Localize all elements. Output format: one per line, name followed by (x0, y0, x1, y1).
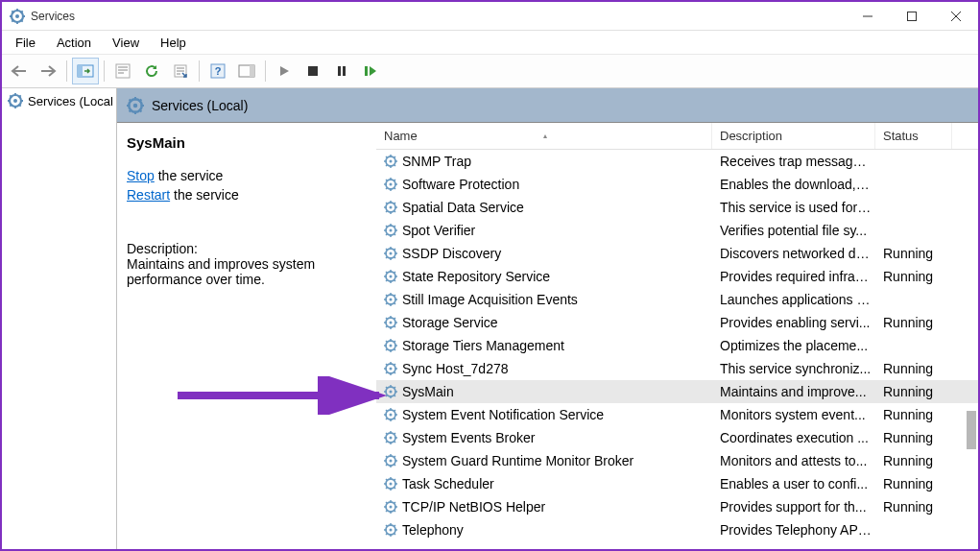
sort-indicator-icon: ▴ (543, 132, 547, 140)
service-icon (384, 224, 397, 237)
scrollbar-thumb[interactable] (967, 411, 976, 449)
service-icon (384, 316, 397, 329)
stop-service-button[interactable] (299, 58, 326, 84)
service-name-cell: Software Protection (376, 177, 712, 192)
maximize-button[interactable] (890, 2, 934, 31)
service-name-cell: Still Image Acquisition Events (376, 292, 712, 307)
service-status-cell: Running (875, 361, 952, 376)
show-hide-console-tree-button[interactable] (72, 58, 99, 84)
service-row[interactable]: System Events BrokerCoordinates executio… (376, 426, 978, 449)
service-row[interactable]: SysMainMaintains and improve...Running (376, 380, 978, 403)
service-row[interactable]: System Guard Runtime Monitor BrokerMonit… (376, 449, 978, 472)
service-icon (384, 155, 397, 168)
service-icon (384, 293, 397, 306)
service-name-cell: Storage Service (376, 315, 712, 330)
service-icon (384, 408, 397, 421)
service-desc-cell: Launches applications a... (712, 292, 875, 307)
service-name-text: Still Image Acquisition Events (402, 292, 578, 307)
service-name-cell: System Events Broker (376, 430, 712, 445)
start-service-button[interactable] (271, 58, 298, 84)
svg-rect-12 (250, 65, 254, 77)
service-name-cell: Telephony (376, 522, 712, 538)
service-icon (384, 477, 397, 491)
tree-node-services-local[interactable]: Services (Local (2, 88, 116, 113)
service-row[interactable]: Storage Tiers ManagementOptimizes the pl… (376, 334, 978, 357)
service-name-text: TCP/IP NetBIOS Helper (402, 499, 545, 515)
help-button[interactable]: ? (204, 58, 231, 84)
menu-file[interactable]: File (6, 33, 45, 53)
services-header-icon (127, 97, 144, 114)
service-icon (384, 362, 397, 375)
service-name-text: SSDP Discovery (402, 246, 501, 261)
service-desc-cell: This service synchroniz... (712, 361, 875, 376)
service-row[interactable]: State Repository ServiceProvides require… (376, 265, 978, 288)
service-desc-cell: This service is used for ... (712, 200, 875, 215)
service-desc-cell: Maintains and improve... (712, 384, 875, 399)
column-header-status[interactable]: Status (875, 123, 952, 149)
service-name-text: Telephony (402, 522, 464, 538)
service-row[interactable]: Sync Host_7d278This service synchroniz..… (376, 357, 978, 380)
service-name-text: Sync Host_7d278 (402, 361, 509, 376)
service-row[interactable]: TCP/IP NetBIOS HelperProvides support fo… (376, 495, 978, 518)
service-desc-cell: Verifies potential file sy... (712, 223, 875, 238)
service-name-cell: TCP/IP NetBIOS Helper (376, 499, 712, 515)
service-name-text: Spot Verifier (402, 223, 475, 238)
refresh-button[interactable] (138, 58, 165, 84)
service-name-cell: Sync Host_7d278 (376, 361, 712, 376)
export-list-button[interactable] (167, 58, 194, 84)
service-icon (384, 270, 397, 283)
service-status-cell: Running (875, 246, 952, 261)
service-name-cell: System Event Notification Service (376, 407, 712, 422)
service-row[interactable]: Spatial Data ServiceThis service is used… (376, 196, 978, 219)
restart-service-button[interactable] (357, 58, 384, 84)
svg-rect-15 (343, 66, 346, 76)
svg-rect-16 (365, 66, 368, 76)
service-row[interactable]: Spot VerifierVerifies potential file sy.… (376, 219, 978, 242)
console-tree[interactable]: Services (Local (2, 88, 117, 549)
service-row[interactable]: System Event Notification ServiceMonitor… (376, 403, 978, 426)
service-desc-cell: Monitors and attests to... (712, 453, 875, 468)
window-title: Services (31, 10, 846, 23)
service-name-text: SNMP Trap (402, 154, 471, 169)
service-name-cell: SysMain (376, 384, 712, 399)
service-row[interactable]: TelephonyProvides Telephony API ... (376, 518, 978, 541)
service-row[interactable]: SNMP TrapReceives trap messages... (376, 150, 978, 173)
toolbar-separator (104, 60, 105, 82)
service-icon (384, 178, 397, 191)
column-header-description[interactable]: Description (712, 123, 875, 149)
service-name-text: Software Protection (402, 177, 519, 192)
menu-view[interactable]: View (103, 33, 149, 53)
pause-service-button[interactable] (328, 58, 355, 84)
content-header: Services (Local) (117, 88, 978, 123)
service-name-text: SysMain (402, 384, 454, 399)
service-row[interactable]: Task SchedulerEnables a user to confi...… (376, 472, 978, 495)
menu-help[interactable]: Help (151, 33, 196, 53)
close-button[interactable] (934, 2, 978, 31)
service-desc-cell: Enables a user to confi... (712, 476, 875, 491)
action-pane-button[interactable] (233, 58, 260, 84)
properties-button[interactable] (109, 58, 136, 84)
restart-service-link[interactable]: Restart (127, 187, 170, 203)
service-status-cell: Running (875, 453, 952, 468)
service-row[interactable]: Still Image Acquisition EventsLaunches a… (376, 288, 978, 311)
stop-suffix: the service (155, 168, 224, 183)
column-header-name[interactable]: Name▴ (376, 123, 712, 149)
menu-action[interactable]: Action (47, 33, 101, 53)
service-desc-cell: Optimizes the placeme... (712, 338, 875, 353)
minimize-button[interactable] (846, 2, 890, 31)
description-text: Maintains and improves system performanc… (127, 256, 367, 287)
stop-service-link[interactable]: Stop (127, 168, 155, 183)
service-icon (384, 201, 397, 214)
service-row[interactable]: SSDP DiscoveryDiscovers networked de...R… (376, 242, 978, 265)
back-button[interactable] (6, 58, 33, 84)
service-desc-cell: Monitors system event... (712, 407, 875, 422)
service-row[interactable]: Storage ServiceProvides enabling servi..… (376, 311, 978, 334)
service-row[interactable]: Software ProtectionEnables the download,… (376, 173, 978, 196)
service-desc-cell: Discovers networked de... (712, 246, 875, 261)
app-icon (10, 9, 25, 24)
service-status-cell: Running (875, 315, 952, 330)
title-bar: Services (2, 2, 978, 31)
restart-suffix: the service (170, 187, 239, 203)
forward-button[interactable] (35, 58, 61, 84)
services-list[interactable]: Name▴ Description Status SNMP TrapReceiv… (376, 123, 978, 549)
